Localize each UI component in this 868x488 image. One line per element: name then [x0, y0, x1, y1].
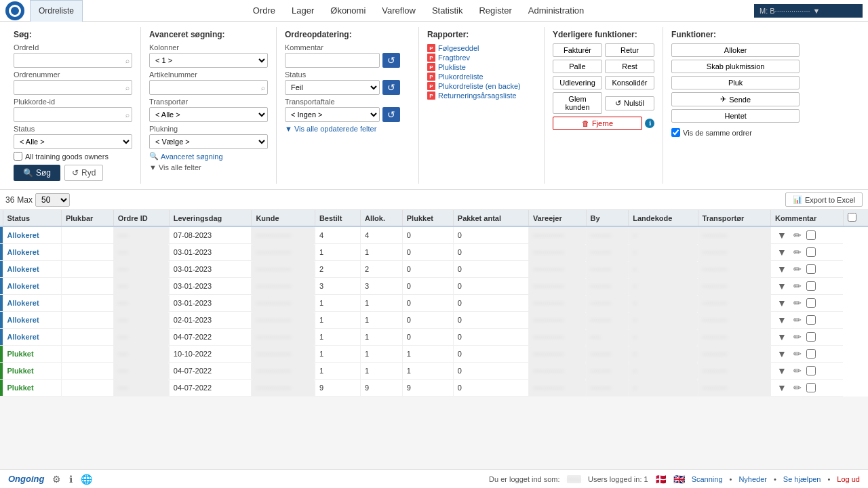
export-excel-btn[interactable]: 📊 Export to Excel — [785, 192, 863, 207]
alloker-btn[interactable]: Alloker — [671, 43, 800, 57]
edit-btn[interactable]: ✏ — [791, 246, 804, 258]
expand-btn[interactable]: ▼ — [775, 348, 789, 360]
cell-ordre-id: ····· — [113, 295, 169, 312]
udlevering-btn[interactable]: Udlevering — [553, 76, 602, 89]
cell-pakket: 0 — [453, 278, 528, 295]
expand-btn[interactable]: ▼ — [775, 263, 789, 275]
show-all-fields-link[interactable]: ▼ Vis alle felter — [149, 163, 268, 171]
kolonner-select[interactable]: < 1 > < 2 > < 3 > — [149, 53, 268, 68]
tab-ordreliste[interactable]: Ordreliste — [30, 0, 83, 22]
row-checkbox[interactable] — [806, 315, 816, 325]
pluk-btn[interactable]: Pluk — [671, 76, 800, 89]
nav-lager[interactable]: Lager — [289, 1, 317, 20]
row-checkbox[interactable] — [806, 383, 816, 392]
nav-administration[interactable]: Administration — [526, 1, 587, 20]
report-returneringsarsagsliste[interactable]: P Returneringsårsagsliste — [427, 91, 536, 100]
cell-status: Allokeret — [3, 244, 61, 261]
training-goods-checkbox[interactable] — [14, 152, 22, 161]
rest-btn[interactable]: Rest — [605, 60, 654, 73]
cell-land: ·· — [629, 380, 698, 396]
row-checkbox[interactable] — [806, 298, 816, 308]
nav-statistik[interactable]: Statistik — [429, 1, 466, 20]
glem-kunden-btn[interactable]: Glem kunden — [553, 92, 602, 114]
plukkorde-input[interactable] — [14, 107, 132, 122]
edit-btn[interactable]: ✏ — [791, 365, 804, 377]
skab-plukmission-btn[interactable]: Skab plukmission — [671, 60, 800, 73]
edit-btn[interactable]: ✏ — [791, 382, 804, 394]
expand-btn[interactable]: ▼ — [775, 331, 789, 343]
transportaftale-refresh-btn[interactable]: ↺ — [382, 107, 400, 122]
table-row: Allokeret ····· 02-01-2023 ·············… — [0, 312, 868, 329]
row-checkbox[interactable] — [806, 247, 816, 257]
kommentar-input[interactable] — [285, 53, 380, 68]
edit-btn[interactable]: ✏ — [791, 297, 804, 309]
clear-button[interactable]: ↺ Ryd — [64, 165, 103, 181]
status-refresh-btn[interactable]: ↺ — [382, 80, 400, 95]
top-nav: Ordreliste Ordre Lager Økonomi Vareflow … — [0, 0, 868, 22]
th-kommentar: Kommentar — [771, 210, 844, 226]
table-row: Plukket ····· 04-07-2022 ···············… — [0, 380, 868, 396]
expand-btn[interactable]: ▼ — [775, 314, 789, 326]
max-select[interactable]: 10 25 50 100 200 — [35, 193, 70, 207]
search-icon: ⌕ — [125, 57, 130, 64]
edit-btn[interactable]: ✏ — [791, 280, 804, 292]
edit-btn[interactable]: ✏ — [791, 229, 804, 241]
fjerne-btn[interactable]: 🗑 Fjerne — [553, 117, 642, 130]
report-plukordreliste[interactable]: P Plukordreliste — [427, 72, 536, 81]
hentet-btn[interactable]: Hentet — [671, 109, 800, 123]
row-checkbox[interactable] — [806, 264, 816, 274]
edit-btn[interactable]: ✏ — [791, 263, 804, 275]
cell-kunde: ················· — [252, 226, 315, 244]
status-select[interactable]: < Alle > Allokeret Plukket Pakket Sendt — [14, 134, 132, 149]
transportaftale-select[interactable]: < Ingen > — [285, 107, 380, 122]
transportor-select[interactable]: < Alle > — [149, 107, 268, 122]
plukning-select[interactable]: < Vælge > — [149, 134, 268, 149]
artikelnummer-input[interactable] — [149, 80, 268, 95]
row-checkbox[interactable] — [806, 281, 816, 291]
show-updated-link[interactable]: ▼ Vis alle opdaterede felter — [285, 125, 410, 133]
row-checkbox[interactable] — [806, 332, 816, 342]
expand-btn[interactable]: ▼ — [775, 365, 789, 377]
same-orders-checkbox[interactable] — [671, 128, 680, 137]
edit-btn[interactable]: ✏ — [791, 331, 804, 343]
search-button[interactable]: 🔍 Søg — [14, 165, 60, 181]
row-checkbox[interactable] — [806, 366, 816, 375]
nav-register[interactable]: Register — [476, 1, 514, 20]
nav-ordre[interactable]: Ordre — [250, 1, 278, 20]
expand-btn[interactable]: ▼ — [775, 280, 789, 292]
status-update-select[interactable]: Feil Allokeret Plukket Pakket Sendt — [285, 80, 380, 95]
edit-btn[interactable]: ✏ — [791, 314, 804, 326]
expand-btn[interactable]: ▼ — [775, 297, 789, 309]
nulstil-btn[interactable]: ↺ Nulstil — [605, 96, 654, 110]
cell-kunde: ················· — [252, 312, 315, 329]
konsolider-btn[interactable]: Konsolidér — [605, 76, 654, 89]
advanced-search-link[interactable]: 🔍 Avanceret søgning — [149, 152, 268, 161]
palle-btn[interactable]: Palle — [553, 60, 602, 73]
pdf-icon6: P — [427, 92, 435, 100]
sende-btn[interactable]: ✈ Sende — [671, 92, 800, 106]
cell-status: Allokeret — [3, 261, 61, 278]
report-plukordreliste-backe[interactable]: P Plukordreliste (en backe) — [427, 81, 536, 91]
edit-btn[interactable]: ✏ — [791, 348, 804, 360]
expand-btn[interactable]: ▼ — [775, 382, 789, 394]
expand-btn[interactable]: ▼ — [775, 246, 789, 258]
cell-plukbar — [61, 295, 113, 312]
select-all-checkbox[interactable] — [848, 213, 856, 222]
report-fragtbrev[interactable]: P Fragtbrev — [427, 53, 536, 62]
nav-okonomi[interactable]: Økonomi — [328, 1, 368, 20]
faktuerer-btn[interactable]: Fakturér — [553, 43, 602, 57]
cell-actions: ▼ ✏ — [771, 278, 844, 295]
cell-vareejer: ··············· — [528, 261, 586, 278]
advanced-search-section: Avanceret søgning: Kolonner < 1 > < 2 > … — [141, 27, 277, 184]
ordreId-input[interactable] — [14, 53, 132, 68]
row-checkbox[interactable] — [806, 349, 816, 359]
row-checkbox[interactable] — [806, 230, 816, 240]
ordrenummer-input[interactable] — [14, 80, 132, 95]
report-plukliste[interactable]: P Plukliste — [427, 62, 536, 72]
expand-btn[interactable]: ▼ — [775, 229, 789, 241]
kommentar-refresh-btn[interactable]: ↺ — [382, 53, 400, 68]
report-folgeseddel[interactable]: P Følgeseddel — [427, 43, 536, 53]
user-area[interactable]: M: B················· ▼ — [754, 4, 863, 18]
retur-btn[interactable]: Retur — [605, 43, 654, 57]
nav-vareflow[interactable]: Vareflow — [379, 1, 418, 20]
